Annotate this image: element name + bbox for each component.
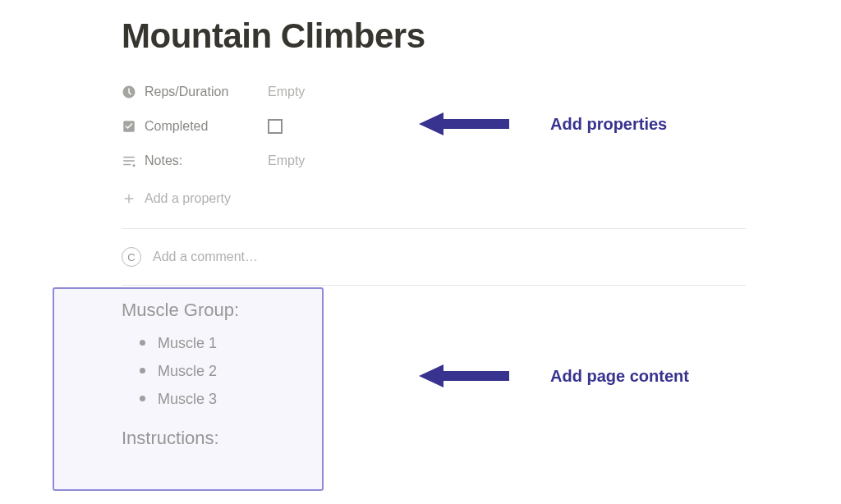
add-property-button[interactable]: Add a property bbox=[122, 187, 746, 210]
property-value-empty[interactable]: Empty bbox=[268, 85, 746, 99]
page-title[interactable]: Mountain Climbers bbox=[122, 16, 759, 56]
svg-marker-1 bbox=[419, 364, 509, 387]
divider bbox=[122, 285, 746, 286]
property-label: Reps/Duration bbox=[145, 85, 228, 99]
add-property-label: Add a property bbox=[145, 191, 231, 206]
annotation-label: Add properties bbox=[550, 115, 667, 134]
plus-icon bbox=[122, 191, 136, 206]
property-label: Notes: bbox=[145, 153, 182, 168]
property-value-empty[interactable]: Empty bbox=[268, 153, 746, 168]
list-item[interactable]: Muscle 3 bbox=[140, 385, 450, 413]
comment-placeholder[interactable]: Add a comment… bbox=[153, 250, 258, 264]
arrow-left-icon bbox=[419, 361, 509, 391]
list-item[interactable]: Muscle 2 bbox=[140, 357, 450, 385]
instructions-heading[interactable]: Instructions: bbox=[122, 428, 450, 449]
divider bbox=[122, 228, 746, 229]
annotation-add-content: Add page content bbox=[419, 361, 689, 391]
svg-marker-0 bbox=[419, 112, 509, 135]
properties-list: Reps/Duration Empty Completed Notes: bbox=[122, 80, 746, 210]
annotation-add-properties: Add properties bbox=[419, 109, 667, 139]
clock-icon bbox=[122, 85, 136, 99]
list-item[interactable]: Muscle 1 bbox=[140, 329, 450, 357]
property-notes[interactable]: Notes: Empty bbox=[122, 149, 746, 172]
page-body[interactable]: Muscle Group: Muscle 1 Muscle 2 Muscle 3… bbox=[122, 300, 450, 457]
checkbox-property-icon bbox=[122, 119, 136, 134]
comment-input-row[interactable]: C Add a comment… bbox=[122, 247, 746, 267]
annotation-label: Add page content bbox=[550, 367, 689, 386]
muscle-list[interactable]: Muscle 1 Muscle 2 Muscle 3 bbox=[140, 329, 450, 413]
avatar: C bbox=[122, 247, 141, 267]
text-icon bbox=[122, 153, 136, 168]
checkbox-unchecked[interactable] bbox=[268, 119, 283, 134]
property-label: Completed bbox=[145, 119, 208, 134]
property-reps-duration[interactable]: Reps/Duration Empty bbox=[122, 80, 746, 103]
arrow-left-icon bbox=[419, 109, 509, 139]
muscle-group-heading[interactable]: Muscle Group: bbox=[122, 300, 450, 321]
